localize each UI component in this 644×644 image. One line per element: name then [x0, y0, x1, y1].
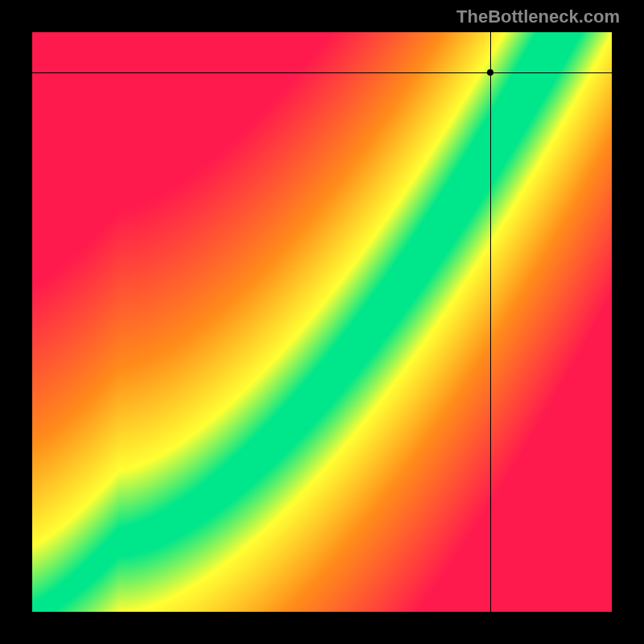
marker-point — [487, 69, 493, 76]
crosshair-vertical — [490, 32, 491, 612]
chart-container: TheBottleneck.com — [0, 0, 644, 644]
watermark-text: TheBottleneck.com — [456, 6, 620, 27]
heatmap-canvas — [32, 32, 612, 612]
crosshair-horizontal — [32, 72, 612, 73]
heatmap-plot — [32, 32, 612, 612]
